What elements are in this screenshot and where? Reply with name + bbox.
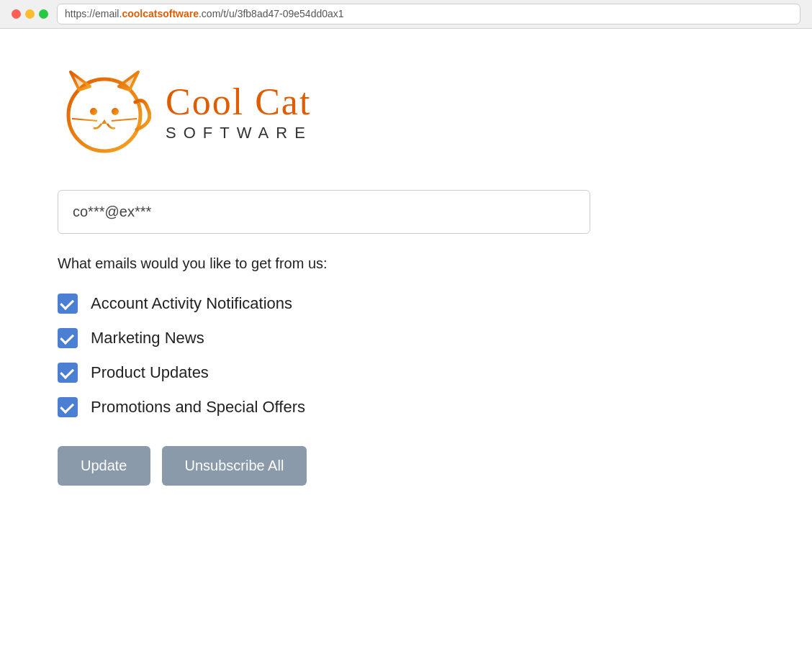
question-text: What emails would you like to get from u… (58, 255, 590, 272)
url-brand: coolcatsoftware (122, 8, 199, 19)
cat-logo (58, 65, 151, 161)
svg-point-6 (112, 108, 119, 115)
traffic-lights (12, 9, 48, 19)
checkbox-list: Account Activity Notifications Marketing… (58, 294, 590, 417)
checkbox-label-account-activity: Account Activity Notifications (91, 294, 292, 313)
url-suffix: .com/t/u/3fb8ad47-09e54dd0ax1 (199, 8, 344, 19)
url-prefix: https://email. (65, 8, 122, 19)
checkbox-label-promotions: Promotions and Special Offers (91, 398, 305, 417)
checkbox-product-updates[interactable] (58, 363, 78, 383)
list-item[interactable]: Marketing News (58, 328, 590, 348)
checkbox-promotions[interactable] (58, 397, 78, 417)
email-input[interactable]: co***@ex*** (58, 190, 590, 234)
svg-line-10 (112, 119, 137, 121)
svg-line-8 (72, 119, 97, 121)
logo-title: Cool Cat (166, 83, 311, 121)
checkbox-marketing-news[interactable] (58, 328, 78, 348)
unsubscribe-all-button[interactable]: Unsubscribe All (162, 446, 307, 486)
minimize-button-dot[interactable] (25, 9, 35, 19)
url-bar[interactable]: https://email.coolcatsoftware.com/t/u/3f… (57, 4, 800, 25)
email-field-container: co***@ex*** (58, 190, 590, 234)
logo-subtitle: Software (166, 124, 312, 142)
page-content: Cool Cat Software co***@ex*** What email… (0, 29, 648, 522)
checkbox-label-product-updates: Product Updates (91, 363, 209, 382)
button-row: Update Unsubscribe All (58, 446, 590, 486)
maximize-button-dot[interactable] (39, 9, 48, 19)
svg-marker-7 (102, 119, 107, 124)
svg-point-5 (90, 108, 97, 115)
list-item[interactable]: Promotions and Special Offers (58, 397, 590, 417)
update-button[interactable]: Update (58, 446, 150, 486)
checkbox-account-activity[interactable] (58, 294, 78, 314)
browser-bar: https://email.coolcatsoftware.com/t/u/3f… (0, 0, 812, 29)
logo-text: Cool Cat Software (166, 83, 312, 142)
checkbox-label-marketing-news: Marketing News (91, 329, 204, 347)
list-item[interactable]: Account Activity Notifications (58, 294, 590, 314)
logo-area: Cool Cat Software (58, 65, 590, 161)
close-button-dot[interactable] (12, 9, 21, 19)
list-item[interactable]: Product Updates (58, 363, 590, 383)
